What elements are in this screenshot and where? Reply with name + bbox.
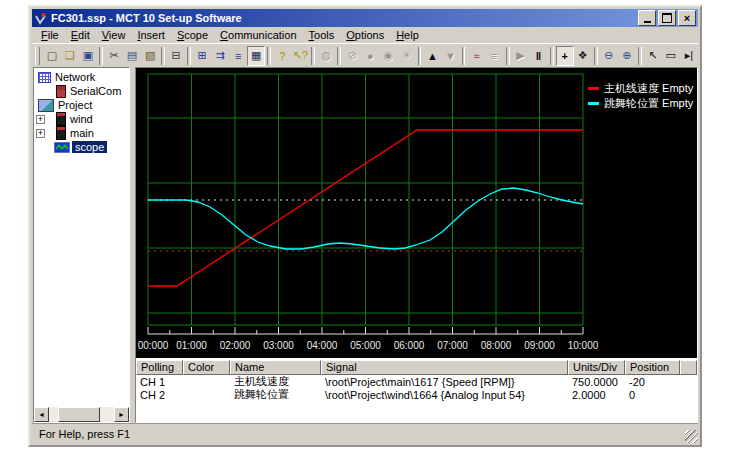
step-end-button[interactable]: ▸| <box>680 46 698 66</box>
tree-horizontal-scrollbar: ◄ ► <box>34 407 129 422</box>
svg-text:03:000: 03:000 <box>263 340 294 351</box>
open-button[interactable]: ❏ <box>61 46 79 66</box>
zoom-box-button[interactable]: ▭ <box>662 46 680 66</box>
header-name[interactable]: Name <box>230 360 321 375</box>
scope-pane: 00:00001:00002:00003:00004:00005:00006:0… <box>135 67 698 423</box>
compare-button[interactable]: ✳ <box>397 46 415 66</box>
scope-chart[interactable]: 00:00001:00002:00003:00004:00005:00006:0… <box>136 68 697 358</box>
header-units-div[interactable]: Units/Div <box>568 360 625 375</box>
status-text: For Help, press F1 <box>39 428 130 440</box>
scrollbar-thumb[interactable] <box>58 407 100 422</box>
expand-plus-icon[interactable]: + <box>36 115 45 124</box>
tree-item-main[interactable]: + main <box>34 126 129 140</box>
zoom-in-button[interactable]: ⊕ <box>618 46 636 66</box>
header-position[interactable]: Position <box>625 360 680 375</box>
tree-item-wind[interactable]: + wind <box>34 112 129 126</box>
scope-plot: 00:00001:00002:00003:00004:00005:00006:0… <box>136 68 701 358</box>
close-button[interactable]: × <box>678 10 696 26</box>
network-drive-button[interactable]: ◍ <box>317 46 335 66</box>
drive-icon <box>56 112 66 126</box>
expand-plus-icon[interactable]: + <box>36 129 45 138</box>
maximize-button[interactable] <box>658 10 676 26</box>
record-button[interactable]: ● <box>361 46 379 66</box>
zoom-out-button[interactable]: ⊖ <box>600 46 618 66</box>
parameter-list-button[interactable]: ≡ <box>229 46 247 66</box>
project-icon <box>38 99 54 112</box>
svg-text:06:000: 06:000 <box>394 340 425 351</box>
scroll-right-arrow-icon[interactable]: ► <box>114 407 129 422</box>
table-row-ch2[interactable]: CH 2 跳舞轮位置 \root\Project\wind\1664 {Anal… <box>136 388 697 401</box>
toolbar-separator <box>550 47 554 65</box>
toolbar-separator <box>311 47 315 65</box>
tree-item-serialcom[interactable]: SerialCom <box>34 84 129 98</box>
menu-help[interactable]: Help <box>390 28 425 42</box>
scroll-left-arrow-icon[interactable]: ◄ <box>34 407 49 422</box>
app-window: FC301.ssp - MCT 10 Set-up Software × Fil… <box>28 5 702 447</box>
title-bar: FC301.ssp - MCT 10 Set-up Software × <box>32 9 698 27</box>
menu-file[interactable]: File <box>35 28 65 42</box>
toolbar-grip[interactable] <box>35 47 40 65</box>
scope-legend: 主机线速度 Empty 跳舞轮位置 Empty <box>588 81 693 111</box>
scrollbar-track[interactable] <box>49 407 114 422</box>
project-tree: Network SerialCom Project + wind + <box>34 68 129 154</box>
menu-insert[interactable]: Insert <box>131 28 171 42</box>
move-up-button[interactable]: ▲ <box>423 46 441 66</box>
header-polling[interactable]: Polling <box>136 360 183 375</box>
toolbar-separator <box>161 47 165 65</box>
scope-curves-button[interactable]: ≈ <box>467 46 485 66</box>
write-to-drive-button[interactable]: ◉ <box>379 46 397 66</box>
paste-button[interactable]: ▧ <box>141 46 159 66</box>
menu-view[interactable]: View <box>96 28 132 42</box>
tree-item-scope[interactable]: scope <box>34 140 129 154</box>
close-icon: × <box>684 13 690 23</box>
legend-ch1: 主机线速度 Empty <box>588 81 693 96</box>
copy-button[interactable]: ▤ <box>123 46 141 66</box>
status-bar: For Help, press F1 <box>32 423 698 443</box>
cut-button[interactable]: ✂ <box>105 46 123 66</box>
parameter-sync-button[interactable]: ⇉ <box>211 46 229 66</box>
svg-text:04:000: 04:000 <box>307 340 338 351</box>
menu-options[interactable]: Options <box>340 28 390 42</box>
pause-polling-button[interactable]: ‖ <box>530 46 548 66</box>
table-row-ch1[interactable]: CH 1 主机线速度 \root\Project\main\1617 {Spee… <box>136 375 697 388</box>
project-tree-pane: Network SerialCom Project + wind + <box>33 67 130 423</box>
svg-text:08:000: 08:000 <box>481 340 512 351</box>
toolbar-separator <box>462 47 466 65</box>
toolbar-separator <box>638 47 642 65</box>
select-cursor-button[interactable]: ↖ <box>644 46 662 66</box>
toolbar-separator <box>594 47 598 65</box>
start-polling-button[interactable]: ▶ <box>512 46 530 66</box>
toolbar-separator <box>267 47 271 65</box>
parameter-grid-button[interactable]: ▦ <box>247 46 265 66</box>
toolbar-separator <box>187 47 191 65</box>
tree-item-network[interactable]: Network <box>34 70 129 84</box>
svg-text:02:000: 02:000 <box>220 340 251 351</box>
toolbar-separator <box>418 47 422 65</box>
svg-text:05:000: 05:000 <box>350 340 381 351</box>
tracking-cursor-button[interactable]: + <box>556 46 574 66</box>
free-cursor-button[interactable]: ❖ <box>574 46 592 66</box>
header-color[interactable]: Color <box>183 360 230 375</box>
save-button[interactable]: ▣ <box>79 46 97 66</box>
new-button[interactable]: ▢ <box>43 46 61 66</box>
menu-edit[interactable]: Edit <box>65 28 96 42</box>
context-help-button[interactable]: ↖? <box>291 46 309 66</box>
legend-ch2: 跳舞轮位置 Empty <box>588 96 693 111</box>
drive-icon <box>56 126 66 140</box>
header-signal[interactable]: Signal <box>321 360 568 375</box>
menu-communication[interactable]: Communication <box>214 28 302 42</box>
table-header-row: Polling Color Name Signal Units/Div Posi… <box>136 360 697 375</box>
stop-button[interactable]: ⊘ <box>343 46 361 66</box>
help-button[interactable]: ? <box>273 46 291 66</box>
move-down-button[interactable]: ▼ <box>442 46 460 66</box>
menu-tools[interactable]: Tools <box>303 28 341 42</box>
scope-lines-button[interactable]: ≡ <box>486 46 504 66</box>
menu-scope[interactable]: Scope <box>171 28 214 42</box>
menu-bar: File Edit View Insert Scope Communicatio… <box>32 27 698 43</box>
print-button[interactable]: ⊟ <box>167 46 185 66</box>
minimize-button[interactable] <box>638 10 656 26</box>
scope-wave-icon <box>54 142 70 153</box>
parameter-setup-button[interactable]: ⊞ <box>193 46 211 66</box>
tree-item-project[interactable]: Project <box>34 98 129 112</box>
resize-grip[interactable] <box>685 430 698 443</box>
